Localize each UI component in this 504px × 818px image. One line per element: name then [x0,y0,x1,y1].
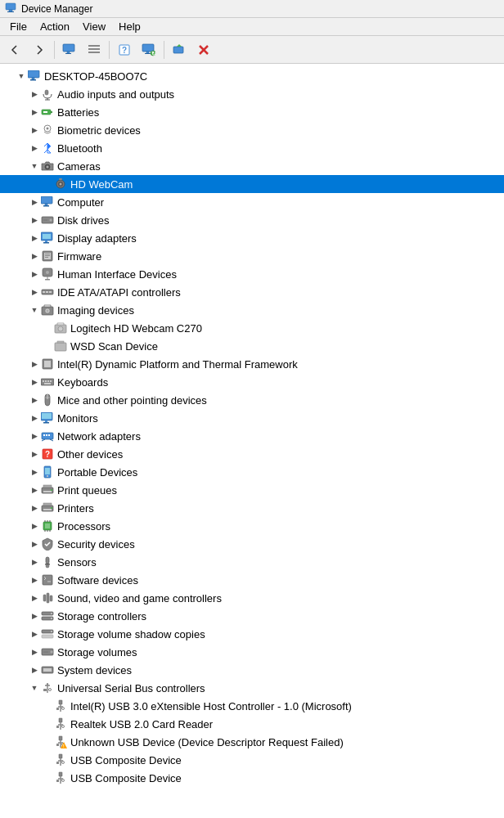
help-button[interactable]: ? [113,39,136,61]
tree-batteries[interactable]: ▶ Batteries [0,103,504,121]
tree-sensors[interactable]: ▶ Sensors [0,553,504,571]
svg-rect-93 [43,485,52,488]
diskdrives-toggle[interactable]: ▶ [28,213,41,227]
storagevolumes-toggle[interactable]: ▶ [28,645,41,658]
keyboards-toggle[interactable]: ▶ [28,375,41,389]
printers-toggle[interactable]: ▶ [28,501,41,515]
tree-logitech-webcam[interactable]: ▶ Logitech HD Webcam C270 [0,319,504,337]
tree-cameras[interactable]: ▼ Cameras [0,157,504,175]
svg-rect-13 [145,53,151,54]
batteries-toggle[interactable]: ▶ [28,106,41,119]
tree-firmware[interactable]: ▶ Firmware [0,247,504,265]
tree-printers[interactable]: ▶ Printers [0,499,504,517]
cameras-toggle[interactable]: ▼ [28,160,41,173]
tree-usb[interactable]: ▼ Universal Serial Bus controllers [0,679,504,697]
tree-imaging[interactable]: ▼ Imaging devices [0,301,504,319]
display-toggle[interactable]: ▶ [28,231,41,245]
tree-network[interactable]: ▶ Network adapters [0,427,504,445]
device-tree[interactable]: ▼ DESKTOP-45BOO7C ▶ Audio inputs and out… [0,64,504,818]
hid-toggle[interactable]: ▶ [28,267,41,281]
software-toggle[interactable]: ▶ [28,573,41,587]
svg-point-64 [58,326,63,331]
shadowcopies-toggle[interactable]: ▶ [28,627,41,640]
tree-software[interactable]: ▶ Software devices [0,571,504,589]
svg-point-35 [60,183,62,186]
storagecontrollers-toggle[interactable]: ▶ [28,609,41,622]
mice-toggle[interactable]: ▶ [28,393,41,407]
root-toggle[interactable]: ▼ [15,70,28,83]
menu-file[interactable]: File [3,19,34,34]
tree-intel-platform[interactable]: ▶ Intel(R) Dynamic Platform and Thermal … [0,355,504,373]
tree-storagecontrollers[interactable]: ▶ Storage controllers [0,607,504,625]
svg-rect-20 [28,70,39,78]
tree-bluetooth[interactable]: ▶ Bluetooth [0,139,504,157]
back-button[interactable] [3,39,26,61]
tree-hd-webcam[interactable]: ▶ HD WebCam [0,175,504,193]
tree-realtek-usb[interactable]: ▶ Realtek USB 2.0 Card Reader [0,715,504,733]
tree-processors[interactable]: ▶ Processors [0,517,504,535]
portable-toggle[interactable]: ▶ [28,465,41,479]
tree-diskdrives[interactable]: ▶ Disk drives [0,211,504,229]
svg-rect-58 [46,291,48,293]
tree-sound[interactable]: ▶ Sound, video and game controllers [0,589,504,607]
hid-icon [41,267,54,281]
imaging-toggle[interactable]: ▼ [28,303,41,317]
tree-biometric[interactable]: ▶ Biometric devices [0,121,504,139]
sound-toggle[interactable]: ▶ [28,591,41,605]
tree-monitors[interactable]: ▶ Monitors [0,409,504,427]
tree-intel-usb3[interactable]: ▶ Intel(R) USB 3.0 eXtensible Host Contr… [0,697,504,715]
storagecontrollers-icon [41,609,54,622]
security-toggle[interactable]: ▶ [28,537,41,551]
svg-rect-66 [57,341,64,343]
tree-keyboards[interactable]: ▶ Keyboards [0,373,504,391]
toolbar-sep-2 [109,41,110,59]
other-toggle[interactable]: ▶ [28,447,41,461]
processors-toggle[interactable]: ▶ [28,519,41,533]
audio-toggle[interactable]: ▶ [28,88,41,101]
network-toggle[interactable]: ▶ [28,429,41,443]
tree-audio[interactable]: ▶ Audio inputs and outputs [0,85,504,103]
tree-display[interactable]: ▶ Display adapters [0,229,504,247]
tree-wsd-scan[interactable]: ▶ WSD Scan Device [0,337,504,355]
tree-other[interactable]: ▶ ? Other devices [0,445,504,463]
tree-security[interactable]: ▶ Security devices [0,535,504,553]
tree-hid[interactable]: ▶ Human Interface Devices [0,265,504,283]
tree-unknown-usb[interactable]: ▶ ! Unknown USB Device (Device Descripto… [0,733,504,751]
scan-button[interactable]: ↻ [137,39,160,61]
tree-storagevolumes[interactable]: ▶ Storage volumes [0,643,504,661]
system-toggle[interactable]: ▶ [28,663,41,676]
bluetooth-toggle[interactable]: ▶ [28,142,41,155]
biometric-icon [41,124,54,137]
list-view-button[interactable] [83,39,106,61]
forward-button[interactable] [28,39,51,61]
tree-mice[interactable]: ▶ Mice and other pointing devices [0,391,504,409]
tree-system[interactable]: ▶ System devices [0,661,504,679]
sensors-toggle[interactable]: ▶ [28,555,41,569]
tree-ide[interactable]: ▶ IDE ATA/ATAPI controllers [0,283,504,301]
menu-view[interactable]: View [76,19,112,34]
show-computer-button[interactable] [58,39,81,61]
tree-usb-composite-2[interactable]: ▶ USB Composite Device [0,769,504,787]
printqueues-toggle[interactable]: ▶ [28,483,41,497]
update-driver-button[interactable] [168,39,191,61]
menu-action[interactable]: Action [34,19,76,34]
intel-platform-toggle[interactable]: ▶ [28,357,41,371]
tree-computer[interactable]: ▶ Computer [0,193,504,211]
biometric-toggle[interactable]: ▶ [28,124,41,137]
computer-toggle[interactable]: ▶ [28,196,41,209]
tree-portable[interactable]: ▶ Portable Devices [0,463,504,481]
ide-toggle[interactable]: ▶ [28,285,41,299]
menu-help[interactable]: Help [112,19,147,34]
firmware-toggle[interactable]: ▶ [28,249,41,263]
root-label: DESKTOP-45BOO7C [44,70,147,83]
monitors-toggle[interactable]: ▶ [28,411,41,425]
uninstall-button[interactable] [192,39,215,61]
tree-printqueues[interactable]: ▶ Print queues [0,481,504,499]
tree-shadowcopies[interactable]: ▶ Storage volume shadow copies [0,625,504,643]
tree-usb-composite-1[interactable]: ▶ USB Composite Device [0,751,504,769]
tree-root[interactable]: ▼ DESKTOP-45BOO7C [0,67,504,85]
usb-toggle[interactable]: ▼ [28,681,41,694]
display-icon [41,231,54,245]
network-label: Network adapters [57,430,141,443]
shadowcopies-icon [41,627,54,640]
